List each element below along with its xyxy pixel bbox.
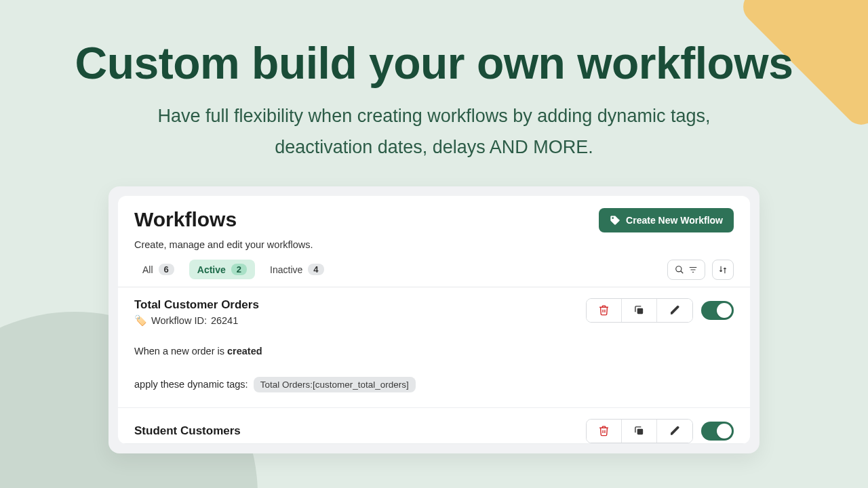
panel-header: Workflows Create New Workflow [118, 196, 750, 239]
hero-subtitle: Have full flexibility when creating work… [122, 101, 746, 163]
workflow-actions [586, 419, 734, 443]
tab-label: All [142, 264, 153, 275]
delete-button[interactable] [587, 299, 622, 322]
sort-button[interactable] [712, 260, 734, 280]
workflow-actions [586, 298, 734, 323]
trash-icon [598, 425, 610, 436]
enable-toggle[interactable] [701, 301, 734, 320]
workflow-head: Total Customer Orders 🏷️ Workflow ID: 26… [134, 298, 734, 327]
workflow-id-row: 🏷️ Workflow ID: 26241 [134, 314, 259, 327]
tab-all[interactable]: All 6 [134, 260, 182, 279]
svg-point-0 [676, 266, 682, 272]
tabs: All 6 Active 2 Inactive 4 [134, 260, 332, 279]
workflow-title: Student Customers [134, 424, 241, 438]
tab-label: Active [197, 264, 226, 275]
tag-emoji-icon: 🏷️ [134, 314, 147, 327]
workflow-body: When a new order is created apply these … [134, 346, 734, 392]
tab-active[interactable]: Active 2 [189, 260, 255, 279]
workflow-item: Total Customer Orders 🏷️ Workflow ID: 26… [118, 287, 750, 408]
workflow-title: Total Customer Orders [134, 298, 259, 312]
search-icon [675, 265, 684, 274]
duplicate-button[interactable] [622, 299, 657, 322]
create-workflow-label: Create New Workflow [626, 215, 723, 226]
tab-count: 2 [231, 264, 247, 275]
workflow-title-block: Total Customer Orders 🏷️ Workflow ID: 26… [134, 298, 259, 327]
trash-icon [598, 304, 610, 316]
svg-line-1 [681, 271, 684, 274]
workflow-action-group [586, 298, 693, 323]
tools [667, 260, 734, 280]
search-filter-button[interactable] [667, 260, 705, 280]
delete-button[interactable] [587, 420, 622, 443]
enable-toggle[interactable] [701, 422, 734, 441]
duplicate-button[interactable] [622, 420, 657, 443]
sort-icon [718, 265, 728, 274]
toggle-knob [717, 424, 732, 439]
svg-rect-5 [637, 308, 644, 314]
trigger-prefix: When a new order is [134, 346, 227, 357]
workflow-id-prefix: Workflow ID: [151, 315, 207, 326]
edit-button[interactable] [657, 420, 692, 443]
edit-button[interactable] [657, 299, 692, 322]
copy-icon [633, 425, 645, 436]
svg-rect-6 [637, 429, 644, 435]
workflow-trigger-line: When a new order is created [134, 346, 734, 357]
workflow-action-group [586, 419, 693, 443]
panel-title: Workflows [134, 208, 237, 231]
apply-prefix: apply these dynamic tags: [134, 379, 248, 390]
workflows-panel: Workflows Create New Workflow Create, ma… [118, 196, 750, 444]
panel-subtitle: Create, manage and edit your workflows. [118, 239, 750, 260]
trigger-event: created [227, 346, 262, 357]
tab-inactive[interactable]: Inactive 4 [262, 260, 332, 279]
workflows-panel-wrap: Workflows Create New Workflow Create, ma… [108, 186, 760, 453]
tabs-row: All 6 Active 2 Inactive 4 [118, 260, 750, 287]
copy-icon [633, 304, 645, 316]
filter-icon [688, 265, 698, 274]
tab-count: 4 [308, 264, 323, 275]
workflow-item: Student Customers [118, 408, 750, 444]
tab-label: Inactive [270, 264, 302, 275]
hero-title: Custom build your own workflows [0, 37, 868, 89]
hero: Custom build your own workflows Have ful… [0, 0, 868, 163]
dynamic-tag-chip: Total Orders:[customer_total_orders] [254, 377, 416, 392]
workflow-head: Student Customers [134, 419, 734, 443]
pencil-icon [669, 304, 681, 316]
workflow-apply-line: apply these dynamic tags: Total Orders:[… [134, 377, 734, 392]
pencil-icon [669, 425, 681, 436]
tag-icon [610, 215, 620, 226]
toggle-knob [717, 303, 732, 318]
tab-count: 6 [159, 264, 174, 275]
workflow-id: 26241 [211, 315, 238, 326]
create-workflow-button[interactable]: Create New Workflow [599, 208, 734, 232]
